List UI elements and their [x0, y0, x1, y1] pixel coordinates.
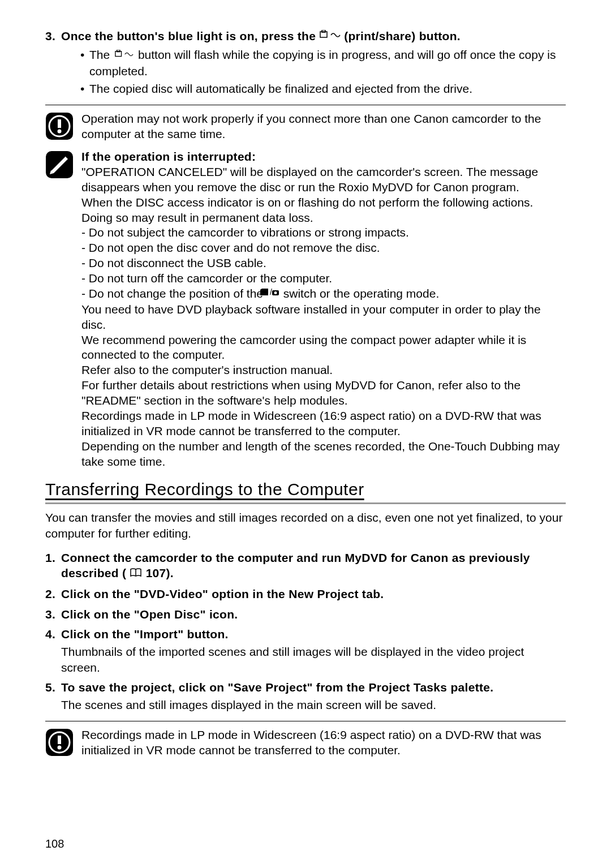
step-text-before: Once the button's blue light is on, pres…	[61, 29, 319, 42]
notes-block: If the operation is interrupted: "OPERAT…	[45, 149, 566, 469]
step-desc: The scenes and still images displayed in…	[61, 697, 566, 712]
step-number: 4.	[45, 626, 61, 675]
step-number: 5.	[45, 680, 61, 713]
print-share-icon	[319, 28, 341, 44]
bullet-mark: •	[80, 81, 89, 96]
step-content: Once the button's blue light is on, pres…	[61, 28, 566, 97]
intro-text: You can transfer the movies and still im…	[45, 510, 566, 541]
warning-icon	[45, 728, 74, 760]
notes-p1: "OPERATION CANCELED" will be displayed o…	[81, 165, 566, 195]
svg-rect-3	[117, 50, 120, 52]
svg-point-7	[58, 129, 62, 133]
notes-p3: You need to have DVD playback software i…	[81, 302, 566, 333]
notes-icon	[45, 151, 74, 182]
notes-p2: When the DISC access indicator is on or …	[81, 195, 566, 226]
notes-p8: Depending on the number and length of th…	[81, 439, 566, 470]
warning-block: Operation may not work properly if you c…	[45, 111, 566, 144]
t-step-1: 1. Connect the camcorder to the computer…	[45, 550, 566, 582]
notes-d1: - Do not subject the camcorder to vibrat…	[81, 225, 566, 240]
step-3: 3. Once the button's blue light is on, p…	[45, 28, 566, 97]
notes-d4: - Do not turn off the camcorder or the c…	[81, 271, 566, 286]
step-number: 2.	[45, 586, 61, 601]
svg-text:/: /	[270, 288, 272, 297]
svg-rect-17	[58, 736, 61, 744]
notes-p5: Refer also to the computer's instruction…	[81, 363, 566, 378]
mode-switch-icon: /	[266, 286, 280, 301]
step-number: 3.	[45, 28, 61, 97]
t-step-3: 3. Click on the "Open Disc" icon.	[45, 607, 566, 622]
notes-d5: - Do not change the position of the / sw…	[81, 286, 566, 302]
warning-icon	[45, 112, 74, 144]
bullet-2: • The copied disc will automatically be …	[61, 81, 566, 96]
divider	[45, 721, 566, 721]
step-desc: Thumbnails of the imported scenes and st…	[61, 644, 566, 675]
step-content: To save the project, click on "Save Proj…	[61, 680, 566, 713]
section-heading: Transferring Recordings to the Computer	[45, 478, 566, 504]
step-content: Click on the "Open Disc" icon.	[61, 607, 566, 622]
warning-text: Operation may not work properly if you c…	[81, 111, 566, 142]
notes-d2: - Do not open the disc cover and do not …	[81, 240, 566, 256]
divider	[45, 105, 566, 105]
step-text-after: (print/share) button.	[344, 29, 461, 42]
notes-text: If the operation is interrupted: "OPERAT…	[81, 149, 566, 469]
t-step-2: 2. Click on the "DVD-Video" option in th…	[45, 586, 566, 601]
warning-text: Recordings made in LP mode in Widescreen…	[81, 727, 566, 758]
bullet-content: The copied disc will automatically be fi…	[89, 81, 472, 96]
notes-p7: Recordings made in LP mode in Widescreen…	[81, 409, 566, 439]
bullet-mark: •	[80, 47, 89, 79]
step-text: To save the project, click on "Save Proj…	[61, 680, 566, 695]
svg-point-18	[58, 745, 62, 749]
print-share-icon	[113, 47, 135, 62]
svg-rect-1	[322, 30, 325, 32]
book-ref-icon	[130, 565, 142, 581]
step-text: Click on the "Import" button.	[61, 626, 566, 642]
bullet-1: • The button will flash while the copyin…	[61, 47, 566, 79]
step-content: Click on the "DVD-Video" option in the N…	[61, 586, 566, 601]
svg-marker-10	[260, 289, 268, 290]
notes-p6: For further details about restrictions w…	[81, 378, 566, 409]
notes-heading: If the operation is interrupted:	[81, 149, 566, 165]
t-step-4: 4. Click on the "Import" button. Thumbna…	[45, 626, 566, 675]
t-step-5: 5. To save the project, click on "Save P…	[45, 680, 566, 713]
svg-point-13	[274, 291, 277, 294]
notes-p4: We recommend powering the camcorder usin…	[81, 333, 566, 363]
bullet-content: The button will flash while the copying …	[89, 47, 566, 79]
svg-rect-6	[58, 119, 61, 128]
step-content: Connect the camcorder to the computer an…	[61, 550, 566, 582]
step-number: 3.	[45, 607, 61, 622]
page-number: 108	[45, 836, 64, 851]
step-number: 1.	[45, 550, 61, 582]
svg-rect-9	[260, 290, 268, 295]
step-content: Click on the "Import" button. Thumbnails…	[61, 626, 566, 675]
warning-block-2: Recordings made in LP mode in Widescreen…	[45, 727, 566, 760]
notes-d3: - Do not disconnect the USB cable.	[81, 256, 566, 271]
